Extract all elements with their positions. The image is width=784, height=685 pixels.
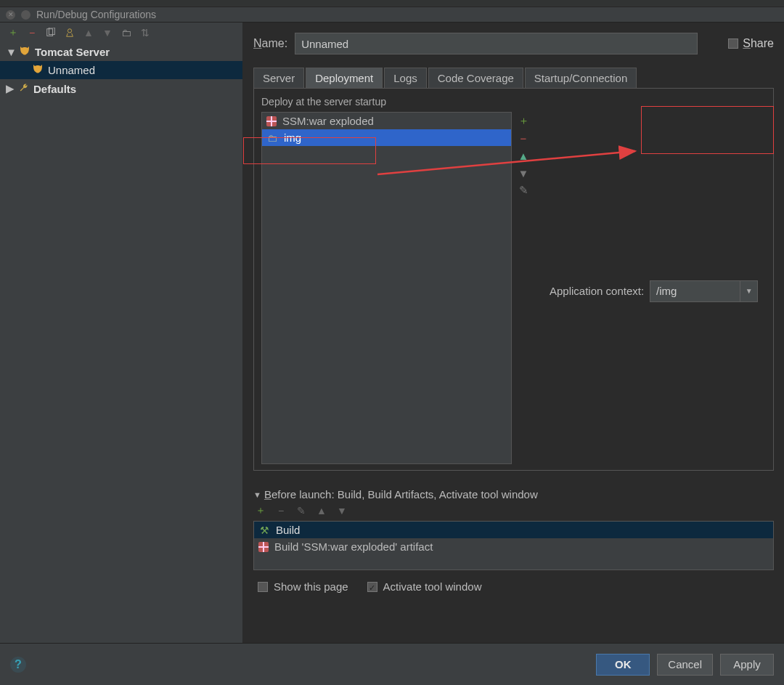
deploy-buttons: ＋ − ▲ ▼ ✎	[518, 112, 529, 464]
task-row[interactable]: ⚒ Build	[254, 522, 773, 538]
remove-icon[interactable]: −	[26, 27, 38, 38]
tab-deployment[interactable]: Deployment	[306, 68, 383, 88]
task-label: Build 'SSM:war exploded' artifact	[274, 540, 433, 553]
tomcat-icon	[32, 64, 44, 76]
apply-button[interactable]: Apply	[720, 654, 774, 676]
remove-icon[interactable]: −	[518, 132, 529, 144]
add-icon[interactable]: ＋	[255, 505, 266, 516]
sidebar-toolbar: ＋ − ▲ ▼ 🗀 ⇅	[0, 23, 242, 43]
tab-code-coverage[interactable]: Code Coverage	[428, 68, 523, 88]
task-row[interactable]: Build 'SSM:war exploded' artifact	[254, 538, 773, 555]
deployment-panel: Deploy at the server startup SSM:war exp…	[253, 89, 774, 471]
add-icon[interactable]: ＋	[7, 27, 19, 38]
folder-icon: 🗀	[266, 132, 278, 144]
application-context-row: Application context: ▼	[535, 112, 758, 464]
tree-label: Tomcat Server	[35, 46, 110, 58]
tree-label: Defaults	[33, 83, 76, 95]
deploy-item-label: img	[284, 131, 301, 144]
deploy-list[interactable]: SSM:war exploded 🗀 img	[261, 112, 512, 464]
tree-label: Unnamed	[48, 64, 95, 76]
show-this-page-checkbox[interactable]: Show this page	[258, 580, 348, 593]
config-sidebar: ＋ − ▲ ▼ 🗀 ⇅ ▼ Tomcat Server	[0, 23, 243, 644]
activate-tool-window-checkbox[interactable]: Activate tool window	[367, 580, 482, 593]
dialog-title: Run/Debug Configurations	[36, 9, 156, 20]
before-launch-header[interactable]: ▼ Before launch: Build, Build Artifacts,…	[253, 488, 774, 500]
expand-icon[interactable]: ▶	[6, 82, 15, 95]
cancel-button[interactable]: Cancel	[657, 654, 713, 676]
ok-button[interactable]: OK	[596, 654, 650, 676]
svg-point-2	[68, 29, 71, 33]
editor-tabstrip	[0, 0, 784, 7]
up-icon[interactable]: ▲	[518, 150, 529, 161]
context-input[interactable]	[650, 280, 740, 302]
down-icon[interactable]: ▼	[102, 27, 113, 38]
edit-icon[interactable]: ✎	[518, 185, 529, 196]
deploy-section-label: Deploy at the server startup	[261, 96, 766, 108]
up-icon[interactable]: ▲	[83, 27, 94, 38]
deploy-item-folder[interactable]: 🗀 img	[262, 129, 511, 146]
config-tabs: Server Deployment Logs Code Coverage Sta…	[253, 68, 774, 89]
tree-node-unnamed[interactable]: Unnamed	[0, 61, 242, 79]
remove-icon[interactable]: −	[275, 505, 287, 516]
window-close-icon[interactable]: ✕	[6, 10, 15, 20]
sort-icon[interactable]: ⇅	[139, 27, 151, 38]
help-icon[interactable]: ?	[10, 657, 26, 673]
deploy-item-label: SSM:war exploded	[282, 115, 374, 127]
tree-node-defaults[interactable]: ▶ Defaults	[0, 79, 242, 98]
folder-icon[interactable]: 🗀	[121, 27, 132, 38]
config-tree[interactable]: ▼ Tomcat Server Unnamed ▶ Defaults	[0, 43, 242, 644]
before-launch-list[interactable]: ⚒ Build Build 'SSM:war exploded' artifac…	[253, 521, 774, 570]
tab-startup-connection[interactable]: Startup/Connection	[525, 68, 637, 88]
add-icon[interactable]: ＋	[518, 115, 529, 126]
main-panel: Name: Share Server Deployment Logs Code …	[243, 23, 784, 644]
artifact-icon	[266, 116, 277, 126]
up-icon[interactable]: ▲	[316, 505, 327, 516]
artifact-icon	[258, 542, 269, 552]
copy-icon[interactable]	[45, 27, 57, 38]
edit-icon[interactable]: ✎	[295, 505, 307, 516]
down-icon[interactable]: ▼	[336, 505, 348, 516]
tomcat-icon	[19, 46, 30, 58]
tree-node-tomcat[interactable]: ▼ Tomcat Server	[0, 43, 242, 61]
tab-logs[interactable]: Logs	[384, 68, 427, 88]
task-label: Build	[276, 524, 300, 536]
task-row-empty	[254, 555, 773, 570]
deploy-item-artifact[interactable]: SSM:war exploded	[262, 113, 511, 129]
down-icon[interactable]: ▼	[518, 167, 529, 179]
dialog-footer: ? OK Cancel Apply	[0, 643, 784, 685]
name-input[interactable]	[295, 33, 698, 54]
tab-server[interactable]: Server	[253, 68, 304, 88]
hammer-icon: ⚒	[258, 524, 270, 536]
settings-icon[interactable]	[64, 27, 75, 38]
dialog-titlebar: ✕ Run/Debug Configurations	[0, 7, 784, 23]
before-launch-section: ▼ Before launch: Build, Build Artifacts,…	[253, 488, 774, 603]
context-label: Application context:	[550, 285, 644, 297]
expand-icon[interactable]: ▼	[6, 46, 15, 58]
share-checkbox[interactable]: Share	[728, 37, 774, 50]
context-dropdown[interactable]: ▼	[740, 280, 758, 302]
wrench-icon	[19, 83, 29, 95]
name-label: Name:	[253, 37, 287, 50]
window-min-icon[interactable]	[21, 10, 30, 20]
